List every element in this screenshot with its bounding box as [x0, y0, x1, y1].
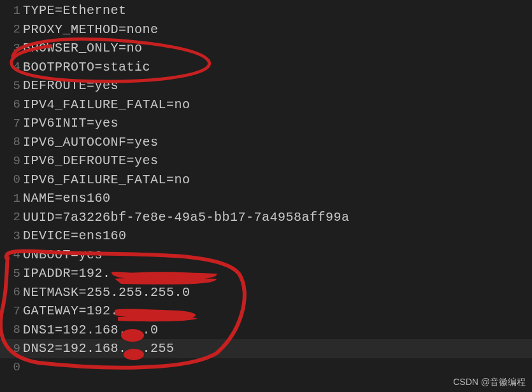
- line-content[interactable]: NETMASK=255.255.255.0: [23, 285, 191, 300]
- editor-line[interactable]: 0: [0, 358, 532, 377]
- editor-line[interactable]: 8IPV6_AUTOCONF=yes: [0, 133, 532, 152]
- editor-line[interactable]: 8DNS1=192.168. .0: [0, 321, 532, 340]
- editor-line[interactable]: 1TYPE=Ethernet: [0, 1, 532, 20]
- line-number: 6: [0, 285, 23, 299]
- line-content[interactable]: DEFROUTE=yes: [23, 78, 119, 93]
- line-content[interactable]: IPADDR=192.: [23, 266, 111, 281]
- editor-line[interactable]: 1NAME=ens160: [0, 189, 532, 208]
- line-number: 7: [0, 304, 23, 318]
- editor-line[interactable]: 5IPADDR=192.: [0, 264, 532, 283]
- editor-line[interactable]: 2UUID=7a3226bf-7e8e-49a5-bb17-7a4958aff9…: [0, 208, 532, 227]
- editor-line[interactable]: 9IPV6_DEFROUTE=yes: [0, 151, 532, 171]
- line-number: 6: [0, 97, 23, 111]
- line-content[interactable]: ONBOOT=yes: [23, 248, 103, 262]
- line-content[interactable]: TYPE=Ethernet: [23, 3, 127, 18]
- line-number: 2: [0, 22, 23, 36]
- line-content[interactable]: BOOTPROTO=static: [23, 60, 150, 74]
- line-number: 7: [0, 116, 23, 130]
- editor-line[interactable]: 7GATEWAY=192.: [0, 302, 532, 321]
- editor-line[interactable]: 3BROWSER_ONLY=no: [0, 39, 532, 58]
- line-content[interactable]: IPV6_AUTOCONF=yes: [23, 135, 159, 150]
- editor-line[interactable]: 6NETMASK=255.255.255.0: [0, 283, 532, 302]
- editor-line[interactable]: 9DNS2=192.168. .255: [0, 339, 532, 358]
- line-content[interactable]: NAME=ens160: [23, 191, 111, 206]
- line-number: 5: [0, 267, 23, 281]
- editor-line[interactable]: 6IPV4_FAILURE_FATAL=no: [0, 95, 532, 115]
- line-number: 1: [0, 192, 23, 206]
- line-content[interactable]: IPV6_DEFROUTE=yes: [23, 153, 159, 168]
- text-editor[interactable]: 1TYPE=Ethernet2PROXY_METHOD=none3BROWSER…: [0, 0, 532, 377]
- editor-line[interactable]: 7IPV6INIT=yes: [0, 114, 532, 133]
- line-content[interactable]: UUID=7a3226bf-7e8e-49a5-bb17-7a4958aff99…: [23, 210, 350, 225]
- line-number: 3: [0, 229, 23, 243]
- editor-line[interactable]: 2PROXY_METHOD=none: [0, 20, 532, 39]
- line-number: 5: [0, 79, 23, 93]
- line-number: 0: [0, 360, 23, 374]
- line-content[interactable]: IPV4_FAILURE_FATAL=no: [23, 97, 191, 112]
- line-number: 4: [0, 248, 23, 262]
- line-number: 9: [0, 342, 23, 356]
- line-content[interactable]: PROXY_METHOD=none: [23, 22, 159, 37]
- watermark-text: CSDN @音徽编程: [453, 377, 526, 388]
- line-number: 4: [0, 60, 23, 74]
- line-number: 2: [0, 210, 23, 224]
- line-number: 1: [0, 4, 23, 18]
- editor-line[interactable]: 3DEVICE=ens160: [0, 227, 532, 246]
- line-content[interactable]: DNS1=192.168. .0: [23, 323, 159, 337]
- line-number: 9: [0, 154, 23, 168]
- line-content[interactable]: IPV6INIT=yes: [23, 116, 119, 130]
- line-content[interactable]: GATEWAY=192.: [23, 304, 119, 318]
- line-content[interactable]: BROWSER_ONLY=no: [23, 41, 143, 55]
- line-number: 3: [0, 41, 23, 55]
- editor-line[interactable]: 5DEFROUTE=yes: [0, 76, 532, 95]
- line-content[interactable]: DEVICE=ens160: [23, 228, 127, 243]
- editor-line[interactable]: 4ONBOOT=yes: [0, 246, 532, 265]
- line-number: 8: [0, 135, 23, 149]
- editor-line[interactable]: 4BOOTPROTO=static: [0, 58, 532, 77]
- line-number: 0: [0, 172, 23, 186]
- line-content[interactable]: IPV6_FAILURE_FATAL=no: [23, 172, 191, 187]
- line-number: 8: [0, 323, 23, 337]
- editor-line[interactable]: 0IPV6_FAILURE_FATAL=no: [0, 171, 532, 190]
- line-content[interactable]: DNS2=192.168. .255: [23, 341, 175, 356]
